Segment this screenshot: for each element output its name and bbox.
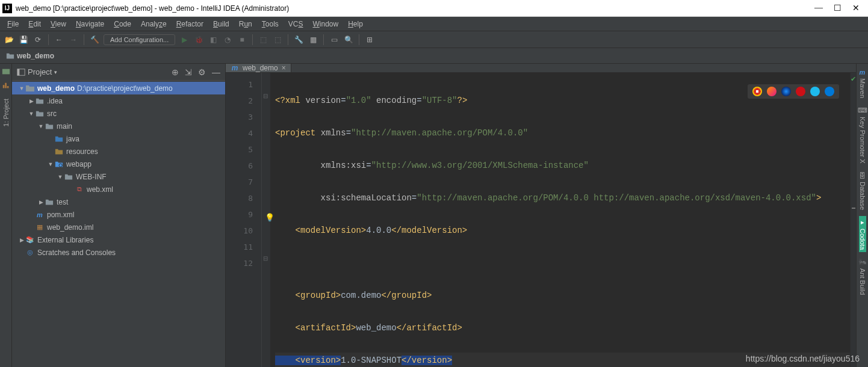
debug-icon[interactable]: 🐞 — [193, 34, 204, 45]
tree-webxml[interactable]: ⧉ web.xml — [12, 183, 225, 196]
plugin-icon[interactable]: ⊞ — [364, 34, 375, 45]
tree-root[interactable]: ▼ web_demo D:\practice\project\web_demo — [12, 82, 225, 94]
intention-bulb-icon[interactable]: 💡 — [265, 209, 274, 226]
menu-build[interactable]: Build — [209, 19, 233, 29]
tree-test[interactable]: ▶ test — [12, 196, 225, 208]
watermark: https://blog.csdn.net/jiayou516 — [746, 354, 860, 363]
svg-point-3 — [59, 164, 62, 167]
menu-edit[interactable]: Edit — [25, 19, 45, 29]
fold-close-icon[interactable]: ⊟ — [263, 255, 268, 262]
hide-icon[interactable]: — — [212, 67, 220, 77]
ant-tool-button[interactable]: 🐜Ant Build — [858, 256, 867, 297]
mns-icon[interactable] — [2, 67, 10, 76]
menu-file[interactable]: File — [4, 19, 22, 29]
hammer-icon[interactable]: 🔨 — [89, 34, 100, 45]
app-icon: IJ — [2, 4, 12, 13]
codota-tool-button[interactable]: ▸Codota — [859, 216, 866, 252]
statistics-icon[interactable] — [2, 82, 10, 90]
left-tool-strip: 1: Project — [0, 64, 12, 367]
codota-icon[interactable]: ▭ — [329, 34, 339, 45]
tree-src[interactable]: ▼ src — [12, 107, 225, 120]
close-button[interactable]: ✕ — [852, 3, 860, 13]
separator — [288, 34, 288, 45]
menu-view[interactable]: View — [47, 19, 70, 29]
tree-webinf[interactable]: ▼ WEB-INF — [12, 170, 225, 183]
maximize-button[interactable]: ☐ — [834, 3, 842, 13]
firefox-icon[interactable] — [767, 87, 777, 96]
tree-scratches[interactable]: ◎ Scratches and Consoles — [12, 246, 225, 259]
menu-vcs[interactable]: VCS — [285, 19, 307, 29]
wrench-icon[interactable]: 🔧 — [293, 34, 304, 45]
safari-icon[interactable] — [781, 87, 791, 96]
open-icon[interactable]: 📂 — [4, 34, 14, 45]
tree-java[interactable]: java — [12, 132, 225, 145]
menu-help[interactable]: Help — [344, 19, 367, 29]
search-icon[interactable]: 🔍 — [343, 34, 354, 45]
project-panel-title[interactable]: Project — [28, 67, 52, 76]
target-icon[interactable]: ⊕ — [172, 67, 179, 77]
breadcrumb-project[interactable]: web_demo — [17, 52, 54, 60]
ie-icon[interactable] — [810, 87, 820, 96]
profile-icon[interactable]: ◔ — [222, 34, 233, 45]
right-tool-strip: mMaven ⌨Key Promoter X 🗄Database ▸Codota… — [856, 64, 868, 367]
menu-tools[interactable]: Tools — [258, 19, 282, 29]
project-panel-header: Project ▾ ⊕ ⇲ ⚙ — — [12, 64, 225, 81]
browser-chooser — [748, 84, 839, 99]
database-tool-button[interactable]: 🗄Database — [859, 170, 866, 212]
tab-close-icon[interactable]: × — [282, 64, 286, 72]
update-icon[interactable]: ⬚ — [258, 34, 268, 45]
main-toolbar: 📂 💾 ⟳ ← → 🔨 Add Configuration... ▶ 🐞 ◧ ◔… — [0, 31, 868, 48]
keypromoter-tool-button[interactable]: ⌨Key Promoter X — [858, 104, 867, 166]
separator — [84, 34, 84, 45]
project-tree[interactable]: ▼ web_demo D:\practice\project\web_demo … — [12, 81, 225, 367]
collapse-icon[interactable]: ⇲ — [185, 67, 192, 77]
breadcrumb-bar: web_demo — [0, 48, 868, 64]
project-view-icon — [17, 68, 25, 76]
chrome-icon[interactable] — [752, 87, 762, 96]
structure-icon[interactable]: ▦ — [308, 34, 318, 45]
commit-icon[interactable]: ⬚ — [272, 34, 283, 45]
folder-icon — [6, 52, 14, 60]
menu-refactor[interactable]: Refactor — [173, 19, 207, 29]
gear-icon[interactable]: ⚙ — [198, 67, 206, 77]
menu-analyze[interactable]: Analyze — [137, 19, 170, 29]
separator — [323, 34, 324, 45]
opera-icon[interactable] — [796, 87, 805, 96]
window-title: web_demo [D:\practice\project\web_demo] … — [16, 4, 814, 13]
menu-window[interactable]: Window — [309, 19, 342, 29]
marker-icon[interactable] — [852, 208, 855, 209]
code-editor[interactable]: <?xml version="1.0" encoding="UTF-8"?> <… — [270, 73, 850, 367]
back-icon[interactable]: ← — [54, 34, 64, 45]
fold-open-icon[interactable]: ⊟ — [263, 93, 268, 99]
stop-icon[interactable]: ■ — [237, 34, 247, 45]
forward-icon[interactable]: → — [68, 34, 79, 45]
project-panel: Project ▾ ⊕ ⇲ ⚙ — ▼ web_demo D:\practice… — [12, 64, 226, 367]
dropdown-arrow-icon[interactable]: ▾ — [54, 69, 57, 75]
svg-rect-2 — [17, 69, 20, 75]
menu-run[interactable]: Run — [235, 19, 256, 29]
menu-bar: File Edit View Navigate Code Analyze Ref… — [0, 17, 868, 31]
error-stripe[interactable]: ✔ — [850, 73, 856, 367]
tree-webapp[interactable]: ▼ webapp — [12, 158, 225, 170]
coverage-icon[interactable]: ◧ — [208, 34, 219, 45]
refresh-icon[interactable]: ⟳ — [33, 34, 43, 45]
separator — [359, 34, 359, 45]
tree-iml[interactable]: ▦ web_demo.iml — [12, 221, 225, 233]
menu-code[interactable]: Code — [110, 19, 135, 29]
editor-tab-webdemo[interactable]: m web_demo × — [226, 64, 291, 72]
save-icon[interactable]: 💾 — [18, 34, 29, 45]
tree-resources[interactable]: resources — [12, 145, 225, 158]
separator — [48, 34, 49, 45]
run-icon[interactable]: ▶ — [179, 34, 190, 45]
project-tool-button[interactable]: 1: Project — [2, 96, 10, 129]
tree-external-libs[interactable]: ▶ 📚 External Libraries — [12, 233, 225, 246]
maven-tool-button[interactable]: mMaven — [859, 66, 866, 100]
tree-main[interactable]: ▼ main — [12, 120, 225, 132]
edge-icon[interactable] — [825, 87, 834, 96]
minimize-button[interactable]: — — [814, 3, 823, 13]
tree-idea[interactable]: ▶ .idea — [12, 94, 225, 107]
tree-pom[interactable]: m pom.xml — [12, 208, 225, 221]
menu-navigate[interactable]: Navigate — [72, 19, 108, 29]
add-configuration-button[interactable]: Add Configuration... — [104, 34, 175, 45]
window-titlebar: IJ web_demo [D:\practice\project\web_dem… — [0, 0, 868, 17]
